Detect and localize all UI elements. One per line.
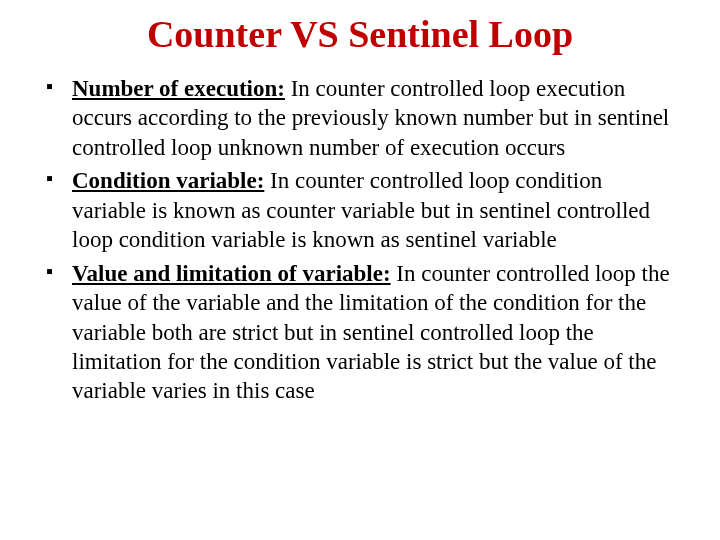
bullet-lead: Number of execution: <box>72 76 285 101</box>
list-item: Number of execution: In counter controll… <box>46 74 680 162</box>
slide: Counter VS Sentinel Loop Number of execu… <box>0 0 720 540</box>
bullet-lead: Value and limitation of variable: <box>72 261 391 286</box>
slide-title: Counter VS Sentinel Loop <box>40 12 680 56</box>
list-item: Value and limitation of variable: In cou… <box>46 259 680 406</box>
bullet-lead: Condition variable: <box>72 168 264 193</box>
bullet-list: Number of execution: In counter controll… <box>40 74 680 406</box>
list-item: Condition variable: In counter controlle… <box>46 166 680 254</box>
